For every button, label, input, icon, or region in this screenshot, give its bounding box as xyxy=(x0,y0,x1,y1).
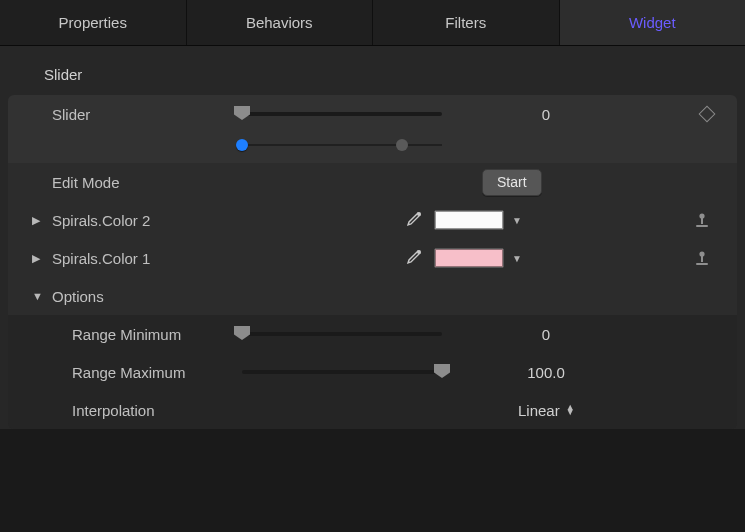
color2-row: ▶ Spirals.Color 2 ▼ xyxy=(8,201,737,239)
range-max-value[interactable]: 100.0 xyxy=(502,364,590,381)
slider-range-subrow xyxy=(8,133,737,163)
tab-filters[interactable]: Filters xyxy=(373,0,560,45)
slider-label: Slider xyxy=(50,106,242,123)
chevron-down-icon[interactable]: ▼ xyxy=(512,253,522,264)
joystick-icon[interactable] xyxy=(692,210,712,230)
range-max-label: Range Maximum xyxy=(50,364,242,381)
range-min-value[interactable]: 0 xyxy=(502,326,590,343)
edit-mode-start-button[interactable]: Start xyxy=(482,169,542,196)
range-handle-end[interactable] xyxy=(396,139,408,151)
widget-panel: Slider Slider 0 xyxy=(0,46,745,429)
range-max-thumb[interactable] xyxy=(434,364,450,378)
edit-mode-label: Edit Mode xyxy=(50,174,242,191)
disclosure-icon[interactable]: ▶ xyxy=(32,214,50,227)
slider-row: Slider 0 xyxy=(8,95,737,133)
color2-swatch[interactable] xyxy=(434,210,504,230)
options-header[interactable]: ▼ Options xyxy=(8,277,737,315)
tab-behaviors[interactable]: Behaviors xyxy=(187,0,374,45)
svg-point-0 xyxy=(417,212,421,216)
eyedropper-icon[interactable] xyxy=(392,248,434,268)
color1-label: Spirals.Color 1 xyxy=(50,250,242,267)
joystick-icon[interactable] xyxy=(692,248,712,268)
svg-rect-3 xyxy=(696,225,708,227)
stepper-icon: ▲▼ xyxy=(566,405,575,415)
color2-label: Spirals.Color 2 xyxy=(50,212,242,229)
edit-mode-row: Edit Mode Start xyxy=(8,163,737,201)
tab-bar: Properties Behaviors Filters Widget xyxy=(0,0,745,46)
svg-rect-6 xyxy=(701,256,703,262)
range-dots[interactable] xyxy=(242,133,442,161)
svg-point-1 xyxy=(699,213,704,218)
svg-point-5 xyxy=(699,251,704,256)
eyedropper-icon[interactable] xyxy=(392,210,434,230)
svg-point-4 xyxy=(417,250,421,254)
keyframe-diamond-icon[interactable] xyxy=(699,106,716,123)
color1-swatch[interactable] xyxy=(434,248,504,268)
tab-properties[interactable]: Properties xyxy=(0,0,187,45)
slider-track[interactable] xyxy=(242,112,442,116)
color1-row: ▶ Spirals.Color 1 ▼ xyxy=(8,239,737,277)
interpolation-label: Interpolation xyxy=(50,402,242,419)
range-min-label: Range Minimum xyxy=(50,326,242,343)
interpolation-select[interactable]: Linear ▲▼ xyxy=(518,402,575,419)
section-title: Slider xyxy=(0,52,745,95)
range-max-row: Range Maximum 100.0 xyxy=(8,353,737,391)
interpolation-value: Linear xyxy=(518,402,560,419)
range-min-track[interactable] xyxy=(242,332,442,336)
disclosure-down-icon[interactable]: ▼ xyxy=(32,290,50,302)
chevron-down-icon[interactable]: ▼ xyxy=(512,215,522,226)
slider-value[interactable]: 0 xyxy=(502,106,590,123)
range-handle-start[interactable] xyxy=(236,139,248,151)
svg-rect-7 xyxy=(696,263,708,265)
range-min-row: Range Minimum 0 xyxy=(8,315,737,353)
range-track xyxy=(242,144,442,146)
disclosure-icon[interactable]: ▶ xyxy=(32,252,50,265)
tab-widget[interactable]: Widget xyxy=(560,0,746,45)
svg-rect-2 xyxy=(701,218,703,224)
options-label: Options xyxy=(50,288,242,305)
range-max-track[interactable] xyxy=(242,370,442,374)
interpolation-row: Interpolation Linear ▲▼ xyxy=(8,391,737,429)
